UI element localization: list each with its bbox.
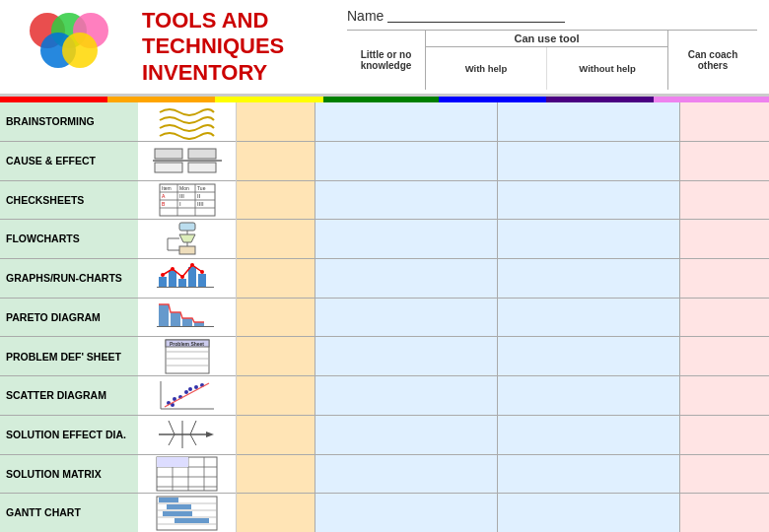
header: TOOLS AND TECHNIQUES INVENTORY Name Litt… [0,0,769,97]
cell-coach[interactable] [680,455,769,494]
cell-little[interactable] [237,259,315,298]
cell-with-help[interactable] [315,416,498,454]
cell-coach[interactable] [680,494,769,532]
cell-little[interactable] [237,337,315,375]
cell-without-help[interactable] [498,220,680,258]
svg-text:IIII: IIII [197,201,204,207]
svg-rect-41 [171,312,180,326]
cell-without-help[interactable] [498,181,680,220]
list-item: SCATTER DIAGRAM [0,376,138,416]
cell-little[interactable] [237,455,315,494]
svg-rect-20 [179,223,195,231]
cell-without-help[interactable] [498,337,680,375]
tool-name: GRAPHS/RUN-CHARTS [6,272,122,285]
svg-rect-32 [188,267,196,287]
grid-panel [237,102,769,532]
table-row[interactable] [237,376,769,416]
cell-little[interactable] [237,220,315,258]
icon-scatter [138,376,236,416]
cell-without-help[interactable] [498,299,680,337]
cell-without-help[interactable] [498,142,680,180]
cell-coach[interactable] [680,181,769,220]
list-item: SOLUTION MATRIX [0,455,138,495]
svg-marker-22 [179,234,195,242]
table-row[interactable] [237,494,769,532]
col-canuse-title: Can use tool [426,31,667,47]
svg-rect-29 [159,277,167,287]
cell-coach[interactable] [680,220,769,258]
cell-coach[interactable] [680,299,769,337]
cell-without-help[interactable] [498,494,680,532]
main-title: TOOLS AND TECHNIQUES INVENTORY [142,8,284,86]
table-row[interactable] [237,455,769,495]
icon-brainstorming [138,102,236,142]
logo-area [0,0,138,94]
cell-little[interactable] [237,376,315,415]
cell-coach[interactable] [680,337,769,375]
cell-with-help[interactable] [315,220,498,258]
cell-without-help[interactable] [498,455,680,494]
cell-coach[interactable] [680,259,769,298]
cell-without-help[interactable] [498,416,680,454]
svg-rect-84 [167,504,191,509]
barchart-icon [155,259,219,297]
table-row[interactable] [237,259,769,299]
cell-coach[interactable] [680,416,769,454]
table-row[interactable] [237,416,769,455]
cell-little[interactable] [237,142,315,180]
circle-yellow [62,33,98,68]
cell-with-help[interactable] [315,299,498,337]
tool-name: SCATTER DIAGRAM [6,389,106,402]
main-content: BRAINSTORMING CAUSE & EFFECT CHECKSHEETS… [0,102,769,532]
col-canuse-without: Without help [547,47,667,90]
cell-with-help[interactable] [315,181,498,220]
table-row[interactable] [237,337,769,376]
cell-little[interactable] [237,181,315,220]
svg-rect-24 [179,246,195,254]
cell-little[interactable] [237,494,315,532]
cell-with-help[interactable] [315,455,498,494]
table-row[interactable] [237,102,769,142]
cell-with-help[interactable] [315,259,498,298]
cell-with-help[interactable] [315,142,498,180]
cell-with-help[interactable] [315,102,498,141]
svg-rect-39 [157,326,214,327]
logo-circles [30,13,108,82]
table-row[interactable] [237,181,769,221]
cell-with-help[interactable] [315,376,498,415]
tool-name: BRAINSTORMING [6,115,95,128]
svg-text:II: II [197,193,201,199]
col-canuse-with: With help [426,47,547,90]
tool-name: FLOWCHARTS [6,233,80,245]
header-right: Name Little or noknowledge Can use tool … [335,0,769,94]
table-row[interactable] [237,142,769,181]
name-input-line[interactable] [387,9,565,23]
cell-coach[interactable] [680,102,769,141]
cell-with-help[interactable] [315,337,498,375]
icon-graphs [138,259,236,299]
svg-rect-3 [188,163,216,172]
name-label: Name [347,8,384,24]
cell-with-help[interactable] [315,494,498,532]
icon-flowcharts [138,220,236,259]
table-row[interactable] [237,220,769,259]
list-item: PARETO DIAGRAM [0,299,138,338]
svg-rect-33 [198,274,206,287]
cell-little[interactable] [237,416,315,454]
cell-without-help[interactable] [498,376,680,415]
cell-coach[interactable] [680,142,769,180]
cell-little[interactable] [237,299,315,337]
cell-without-help[interactable] [498,102,680,141]
icon-solution-effect [138,416,236,455]
table-row[interactable] [237,299,769,338]
svg-line-60 [165,383,209,407]
cell-coach[interactable] [680,376,769,415]
scatter-icon [155,377,219,415]
svg-rect-1 [155,163,182,172]
svg-text:III: III [179,193,184,199]
svg-point-38 [200,270,204,274]
cell-little[interactable] [237,102,315,141]
svg-rect-0 [155,149,182,159]
tool-name: CAUSE & EFFECT [6,155,96,167]
cell-without-help[interactable] [498,259,680,298]
